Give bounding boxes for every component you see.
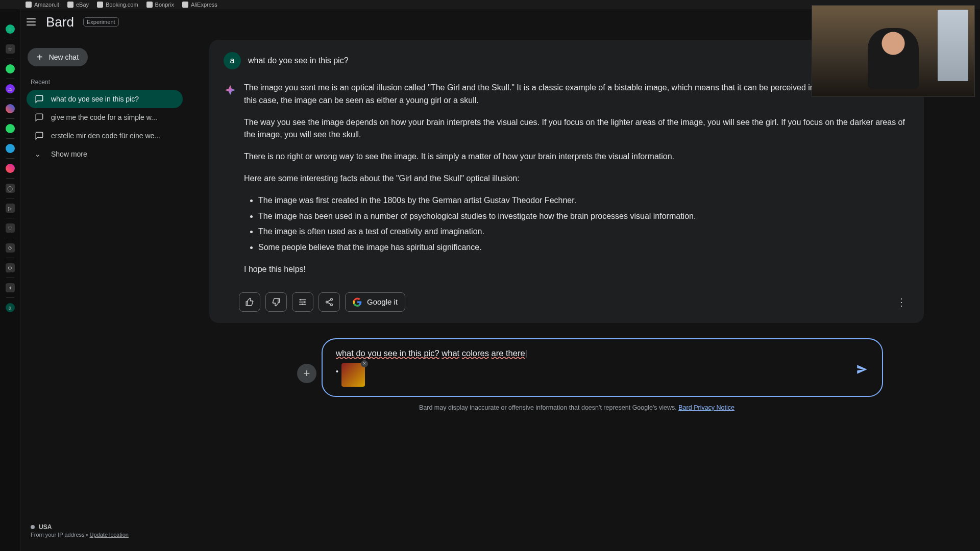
google-it-label: Google it [367,297,398,306]
dock-icon[interactable] [6,64,15,73]
tune-button[interactable] [292,292,313,312]
thumbs-down-button[interactable] [265,292,287,312]
ai-paragraph: Here are some interesting facts about th… [244,172,906,185]
menu-button[interactable] [27,16,39,28]
ai-bullet: The image was first created in the 1800s… [258,194,906,207]
show-more-label: Show more [51,150,87,158]
bookmark-item[interactable]: eBay [67,2,89,8]
os-dock: ⌂ ☆ cs ◯ ▷ ♡ ⟳ ⚙ ✦ a [0,9,20,551]
prompt-input[interactable]: what do you see in this pic? what colore… [322,338,883,397]
ai-paragraph: The way you see the image depends on how… [244,116,906,142]
user-message-text: what do yoe see in this pic? [248,56,349,65]
dock-icon[interactable] [6,124,15,133]
ai-response-body: The image you sent me is an optical illu… [244,82,906,285]
remove-attachment-button[interactable]: × [361,360,368,367]
add-attachment-button[interactable]: + [297,364,316,383]
webcam-overlay [812,5,975,97]
disclaimer-text: Bard may display inaccurate or offensive… [419,404,678,411]
dock-icon[interactable]: ◯ [6,184,15,193]
new-chat-button[interactable]: + New chat [28,48,88,66]
user-message-row: a what do yoe see in this pic? [217,49,912,79]
ai-bullet: The image has been used in a number of p… [258,210,906,223]
disclaimer: Bard may display inaccurate or offensive… [189,404,965,411]
new-chat-label: New chat [49,53,79,61]
share-button[interactable] [318,292,340,312]
sidebar: + New chat Recent what do yoe see in thi… [20,35,189,551]
dock-icon[interactable]: ⟳ [6,243,15,253]
google-logo-icon [353,297,362,307]
chevron-down-icon: ⌄ [35,150,44,158]
attachment-bullet: • [336,367,338,375]
thumbs-up-button[interactable] [239,292,260,312]
bookmark-item[interactable]: AliExpress [182,2,217,8]
dock-icon[interactable] [6,144,15,153]
dock-icon[interactable]: ☆ [6,44,15,54]
show-more-button[interactable]: ⌄ Show more [27,145,183,163]
experiment-badge: Experiment [83,17,119,27]
ai-bullet: Some people believe that the image has s… [258,241,906,254]
response-actions: Google it ⋮ [217,288,912,314]
dock-icon[interactable]: ⌂ [6,24,15,34]
ai-paragraph: The image you sent me is an optical illu… [244,82,906,107]
dock-icon[interactable] [6,104,15,113]
more-options-button[interactable]: ⋮ [896,296,906,308]
dock-icon[interactable]: cs [6,84,15,93]
location-source: From your IP address • [31,532,90,538]
recent-chat-item[interactable]: give me the code for a simple w... [27,108,183,127]
bookmark-item[interactable]: Booking.com [97,2,138,8]
ai-bullet: The image is often used as a test of cre… [258,226,906,238]
send-button[interactable] [852,360,872,379]
brand-title: Bard [46,14,74,30]
location-country: USA [39,523,52,531]
ai-closing: I hope this helps! [244,263,906,276]
user-avatar: a [224,52,241,69]
bard-spark-icon [223,84,238,99]
ai-response-row: The image you sent me is an optical illu… [217,79,912,288]
google-it-button[interactable]: Google it [345,292,405,312]
dock-icon[interactable] [6,164,15,173]
dock-icon[interactable]: ♡ [6,223,15,233]
dock-icon[interactable]: ▷ [6,204,15,213]
bookmark-item[interactable]: Amazon.it [26,2,59,8]
update-location-link[interactable]: Update location [90,532,129,538]
ai-paragraph: There is no right or wrong way to see th… [244,151,906,163]
privacy-notice-link[interactable]: Bard Privacy Notice [678,404,734,411]
recent-chat-item[interactable]: erstelle mir den code für eine we... [27,127,183,145]
plus-icon: + [37,55,43,60]
input-area: + what do you see in this pic? what colo… [322,338,883,397]
dock-icon[interactable]: ⚙ [6,263,15,272]
bookmark-item[interactable]: Bonprix [146,2,174,8]
recent-chat-item[interactable]: what do yoe see in this pic? [27,90,183,108]
prompt-text[interactable]: what do you see in this pic? what colore… [336,348,846,358]
dock-icon[interactable]: a [6,303,15,312]
attached-image-thumbnail[interactable] [341,363,365,387]
recent-heading: Recent [27,77,183,90]
location-footer: USA From your IP address • Update locati… [27,523,183,543]
dock-icon[interactable]: ✦ [6,283,15,292]
chat-content: a what do yoe see in this pic? View othe… [189,35,980,551]
location-dot-icon [31,525,35,529]
